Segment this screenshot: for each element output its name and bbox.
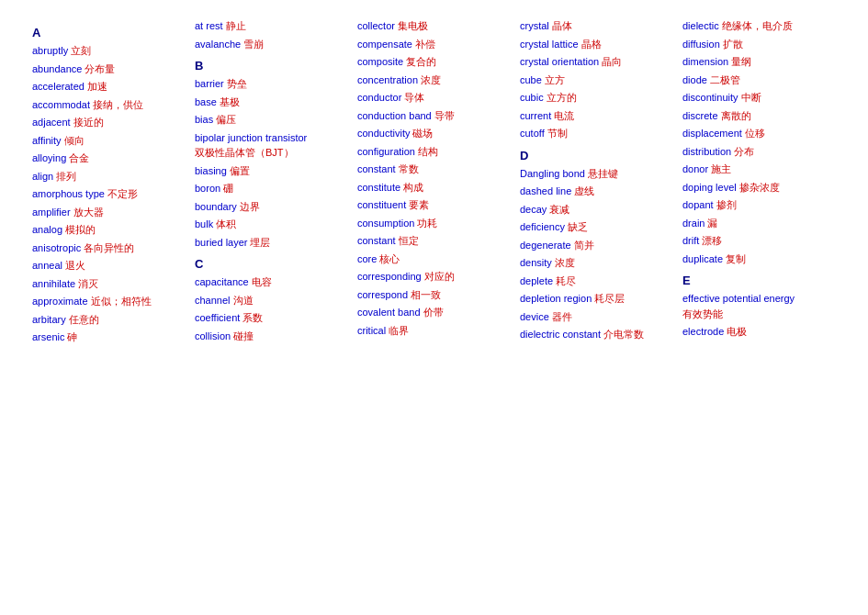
list-item: deficiency缺乏 xyxy=(520,219,673,235)
list-item: displacement位移 xyxy=(682,126,836,141)
list-item: deplete耗尽 xyxy=(520,274,673,289)
entry-chinese: 扩散 xyxy=(723,37,743,52)
entry-english: deplete xyxy=(520,274,553,289)
list-item: dielectic绝缘体，电介质 xyxy=(682,18,836,34)
list-item: Dangling bond悬挂键 xyxy=(520,166,673,182)
entry-chinese: 系数 xyxy=(242,310,263,326)
entry-english: conduction band xyxy=(357,108,432,124)
entry-chinese: 模拟的 xyxy=(65,222,96,238)
entry-english: crystal lattice xyxy=(520,37,579,52)
list-item: abundance分布量 xyxy=(32,62,186,77)
entry-chinese: 耗尽层 xyxy=(594,291,625,307)
entry-chinese: 位移 xyxy=(745,126,765,141)
entry-chinese: 接纳，供位 xyxy=(93,97,143,113)
entry-chinese: 排列 xyxy=(56,169,76,184)
list-item: configuration结构 xyxy=(357,144,511,160)
entry-english: anneal xyxy=(32,258,62,274)
entry-english: core xyxy=(357,252,377,267)
entry-chinese: 恒定 xyxy=(399,233,419,249)
list-item: compensate补偿 xyxy=(357,37,511,52)
list-item: bipolar junction transistor双极性晶体管（BJT） xyxy=(195,130,348,161)
entry-english: duplicate xyxy=(682,252,723,267)
entry-chinese: 电容 xyxy=(252,274,272,290)
list-item: channel沟道 xyxy=(195,293,348,308)
list-item: discrete离散的 xyxy=(682,108,836,124)
list-item: bulk体积 xyxy=(195,217,348,232)
entry-english: approximate xyxy=(32,294,88,309)
entry-english: doping level xyxy=(682,180,737,196)
entry-english: affinity xyxy=(32,133,62,149)
entry-english: buried layer xyxy=(195,235,247,251)
entry-english: device xyxy=(520,309,549,325)
entry-chinese: 基极 xyxy=(220,95,240,110)
list-item: doping level掺杂浓度 xyxy=(682,180,836,196)
list-item: approximate近似；相符性 xyxy=(32,294,186,309)
list-item: biasing偏置 xyxy=(195,163,348,179)
entry-english: Dangling bond xyxy=(520,166,585,182)
list-item: degenerate简并 xyxy=(520,238,673,253)
entry-english: electrode xyxy=(682,324,724,340)
list-item: buried layer埋层 xyxy=(195,235,348,251)
entry-english: corresponding xyxy=(357,269,422,285)
entry-english: conductivity xyxy=(357,126,410,141)
list-item: electrode电极 xyxy=(682,324,836,340)
entry-chinese: 离散的 xyxy=(721,108,751,124)
list-item: constant常数 xyxy=(357,162,511,177)
list-item: anneal退火 xyxy=(32,258,186,274)
list-item: depletion region耗尽层 xyxy=(520,291,673,307)
entry-chinese: 磁场 xyxy=(412,126,433,141)
entry-english: concentration xyxy=(357,73,418,88)
entry-english: dashed line xyxy=(520,184,571,199)
entry-chinese: 立方 xyxy=(545,73,565,88)
list-item: dielectric constant介电常数 xyxy=(520,327,673,342)
list-item: amplifier放大器 xyxy=(32,205,186,220)
entry-chinese: 立刻 xyxy=(71,43,91,59)
entry-english: density xyxy=(520,255,552,271)
entry-english: constituent xyxy=(357,197,406,213)
entry-chinese: 沟道 xyxy=(233,293,254,308)
entry-english: discrete xyxy=(682,108,718,124)
list-item: collector集电极 xyxy=(357,18,511,34)
list-item: accommodat接纳，供位 xyxy=(32,97,186,113)
entry-english: consumption xyxy=(357,216,414,231)
entry-english: dielectric constant xyxy=(520,327,601,342)
list-item: adjacent接近的 xyxy=(32,115,186,130)
entry-english: annihilate xyxy=(32,276,75,292)
list-item: device器件 xyxy=(520,309,673,325)
list-item: correspond相一致 xyxy=(357,287,511,303)
entry-chinese: 合金 xyxy=(69,151,89,166)
entry-english: base xyxy=(195,95,217,110)
entry-english: distribution xyxy=(682,144,731,160)
entry-chinese: 掺杂浓度 xyxy=(739,180,780,196)
list-item: drift漂移 xyxy=(682,233,836,249)
list-item: dimension量纲 xyxy=(682,54,836,70)
entry-english: accommodat xyxy=(32,97,90,113)
entry-chinese: 硼 xyxy=(223,181,233,196)
entry-chinese: 电极 xyxy=(727,324,747,340)
list-item: crystal orientation晶向 xyxy=(520,54,673,70)
entry-chinese: 分布量 xyxy=(85,62,115,77)
column-2: at rest静止avalanche雪崩Bbarrier势垒base基极bias… xyxy=(190,18,353,348)
list-item: cube立方 xyxy=(520,73,673,88)
entry-chinese: 集电极 xyxy=(398,18,428,34)
entry-english: critical xyxy=(357,323,386,339)
entry-english: boundary xyxy=(195,199,237,215)
entry-chinese: 边界 xyxy=(240,199,260,215)
entry-chinese: 任意的 xyxy=(69,312,99,328)
list-item: discontinuity中断 xyxy=(682,90,836,106)
list-item: accelerated加速 xyxy=(32,79,186,95)
entry-english: current xyxy=(520,108,551,124)
entry-chinese: 偏压 xyxy=(216,112,236,128)
list-item: concentration浓度 xyxy=(357,73,511,88)
list-item: constitute构成 xyxy=(357,180,511,196)
list-item: barrier势垒 xyxy=(195,76,348,92)
list-item: distribution分布 xyxy=(682,144,836,160)
entry-chinese: 节制 xyxy=(547,126,568,141)
entry-chinese: 静止 xyxy=(226,18,246,34)
list-item: arsenic砷 xyxy=(32,330,186,345)
list-item: constant恒定 xyxy=(357,233,511,249)
list-item: bias偏压 xyxy=(195,112,348,128)
entry-english: barrier xyxy=(195,76,224,92)
entry-chinese: 器件 xyxy=(552,309,572,325)
entry-english: crystal xyxy=(520,18,549,34)
